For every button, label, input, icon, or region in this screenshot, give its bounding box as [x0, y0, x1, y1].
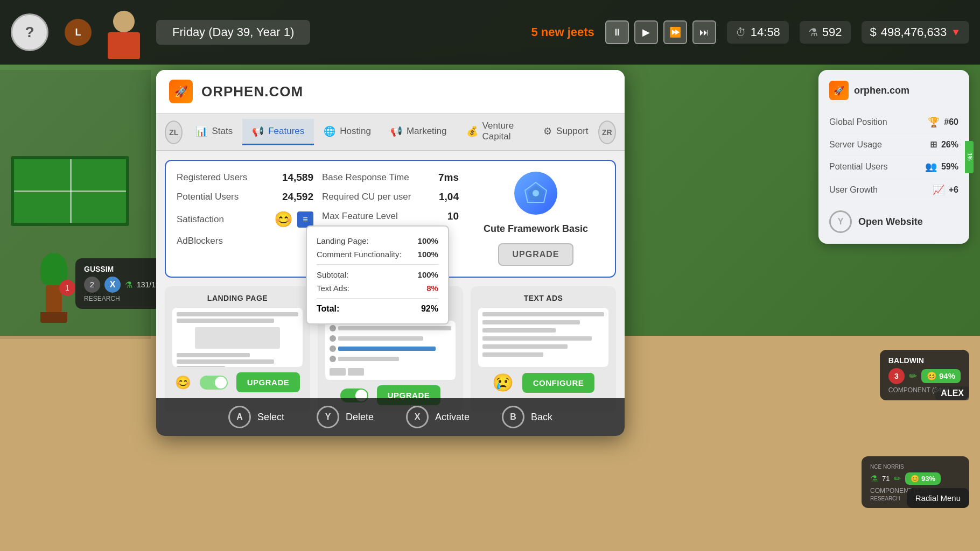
alex-name-badge: ALEX: [935, 386, 969, 400]
nav-right-button[interactable]: ZR: [598, 121, 616, 144]
satisfaction-label: Satisfaction: [177, 214, 224, 225]
textads-title: TEXT ADS: [524, 294, 563, 302]
research-display: ⚗ 592: [800, 21, 851, 44]
alex-flask-val: 71: [882, 475, 890, 483]
potential-users-panel-value: 👥 59%: [925, 161, 958, 173]
tooltip-comment-label: Comment Functionality:: [317, 250, 402, 259]
adblockers-label: AdBlockers: [177, 236, 223, 246]
tab-support[interactable]: ⚙ Support: [534, 119, 598, 145]
playback-controls: ⏸ ▶ ⏩ ⏭: [605, 20, 716, 44]
tooltip-textads-value: 8%: [426, 284, 438, 293]
landing-upgrade-button[interactable]: UPGRADE: [236, 372, 300, 392]
feature-card-textads: TEXT ADS 😢 CONFIGURE: [471, 286, 616, 413]
user-growth-label: User Growth: [829, 185, 878, 195]
panel-potential-users: Potential Users 👥 59%: [829, 156, 958, 179]
content-area: Registered Users 14,589 Potential Users …: [156, 151, 625, 431]
dollar-icon: $: [870, 25, 877, 39]
open-website-button[interactable]: Y Open Website: [829, 210, 958, 233]
badge-1: 1: [59, 280, 75, 296]
fast-forward-button[interactable]: ⏩: [663, 20, 687, 44]
stats-card: Registered Users 14,589 Potential Users …: [165, 160, 616, 278]
gussim-x-badge: X: [104, 277, 121, 293]
nav-tabs: ZL 📊 Stats 📢 Features 🌐 Hosting 📢 Market…: [156, 114, 625, 151]
b-button[interactable]: B: [502, 406, 524, 428]
tab-marketing[interactable]: 📢 Marketing: [381, 119, 457, 145]
support-icon: ⚙: [543, 125, 552, 137]
open-website-label: Open Website: [858, 216, 923, 228]
bottom-actions-bar: A Select Y Delete X Activate B Back: [156, 398, 625, 436]
site-title: ORPHEN.COM: [201, 83, 303, 100]
server-usage-label: Server Usage: [829, 140, 882, 150]
y-button[interactable]: Y: [317, 406, 339, 428]
framework-name: Cute Framework Basic: [484, 223, 588, 235]
global-position-label: Global Position: [829, 117, 887, 127]
textads-actions: 😢 CONFIGURE: [478, 372, 608, 393]
feature-card-landing: LANDING PAGE 😊: [165, 286, 310, 413]
tooltip-subtotal-label: Subtotal:: [317, 270, 348, 279]
action-select: A Select: [228, 406, 284, 428]
flask-icon: ⚗: [808, 26, 818, 39]
pause-button[interactable]: ⏸: [605, 20, 629, 44]
hosting-icon: 🌐: [324, 125, 335, 137]
panel-global-position: Global Position 🏆 #60: [829, 111, 958, 134]
tab-venture-label: Venture Capital: [482, 121, 524, 142]
stats-icon: 📊: [195, 125, 207, 137]
tab-hosting-label: Hosting: [340, 126, 371, 137]
landing-title: LANDING PAGE: [207, 294, 268, 302]
help-button[interactable]: ?: [11, 13, 48, 51]
landing-toggle[interactable]: [200, 376, 228, 390]
tab-features[interactable]: 📢 Features: [242, 119, 314, 145]
action-back: B Back: [502, 406, 552, 428]
max-feature-row: Max Feature Level 10: [322, 210, 459, 222]
tooltip-landing-value: 100%: [418, 236, 438, 245]
money-display: $ 498,476,633 ▼: [862, 21, 969, 44]
trend-down-icon: ▼: [951, 27, 961, 38]
landing-smiley: 😊: [175, 375, 191, 390]
play-button[interactable]: ▶: [634, 20, 658, 44]
baldwin-stats: 3 ✏ 😊 94%: [888, 368, 961, 384]
delete-label: Delete: [346, 412, 374, 423]
top-bar: ? L Friday (Day 39, Year 1) 5 new jeets …: [0, 0, 980, 65]
alex-stats: ⚗ 71 ✏ 😊 93%: [870, 472, 961, 485]
fastest-forward-button[interactable]: ⏭: [692, 20, 716, 44]
alex-flask-icon: ⚗: [870, 474, 878, 484]
character-model: [102, 11, 145, 54]
green-indicator: 1%: [965, 141, 974, 173]
x-button[interactable]: X: [406, 406, 429, 428]
panel-server-usage: Server Usage ⊞ 26%: [829, 134, 958, 156]
nav-left-button[interactable]: ZL: [165, 121, 183, 144]
tooltip-total-label: Total:: [317, 304, 339, 314]
adblockers-row: AdBlockers: [177, 236, 313, 246]
tab-hosting[interactable]: 🌐 Hosting: [314, 119, 381, 145]
back-label: Back: [531, 412, 552, 423]
tooltip-popup: Landing Page: 100% Comment Functionality…: [306, 225, 449, 324]
activate-label: Activate: [435, 412, 470, 423]
date-display: Friday (Day 39, Year 1): [156, 20, 310, 45]
max-feature-value: 10: [447, 210, 459, 222]
textads-preview: [478, 308, 608, 367]
baldwin-badge: 3: [888, 368, 905, 384]
satisfaction-row: Satisfaction 😊 ≡: [177, 210, 313, 228]
panel-logo: 🚀: [829, 81, 849, 100]
tab-stats[interactable]: 📊 Stats: [186, 119, 242, 145]
base-response-row: Base Response Time 7ms: [322, 172, 459, 183]
tooltip-comment-row: Comment Functionality: 100%: [317, 248, 438, 261]
tooltip-total-value: 92%: [421, 304, 438, 314]
radial-menu[interactable]: Radial Menu: [907, 488, 969, 508]
textads-sad-icon: 😢: [492, 372, 514, 393]
clock-icon: ⏱: [736, 26, 746, 39]
potential-users-row: Potential Users 24,592: [177, 191, 313, 203]
framework-upgrade-button[interactable]: UPGRADE: [498, 243, 573, 266]
max-feature-label: Max Feature Level: [322, 211, 398, 222]
a-button[interactable]: A: [228, 406, 251, 428]
alex-satisfaction: 😊 93%: [905, 472, 941, 485]
stats-right: Cute Framework Basic UPGRADE: [467, 172, 604, 266]
tooltip-textads-row: Text Ads: 8%: [317, 281, 438, 295]
tooltip-subtotal-row: Subtotal: 100%: [317, 268, 438, 281]
base-response-label: Base Response Time: [322, 172, 409, 183]
list-icon[interactable]: ≡: [297, 211, 313, 228]
avatar: L: [65, 19, 92, 46]
configure-button[interactable]: CONFIGURE: [522, 373, 595, 393]
tab-venture[interactable]: 💰 Venture Capital: [457, 114, 534, 150]
potential-users-panel-label: Potential Users: [829, 162, 888, 172]
